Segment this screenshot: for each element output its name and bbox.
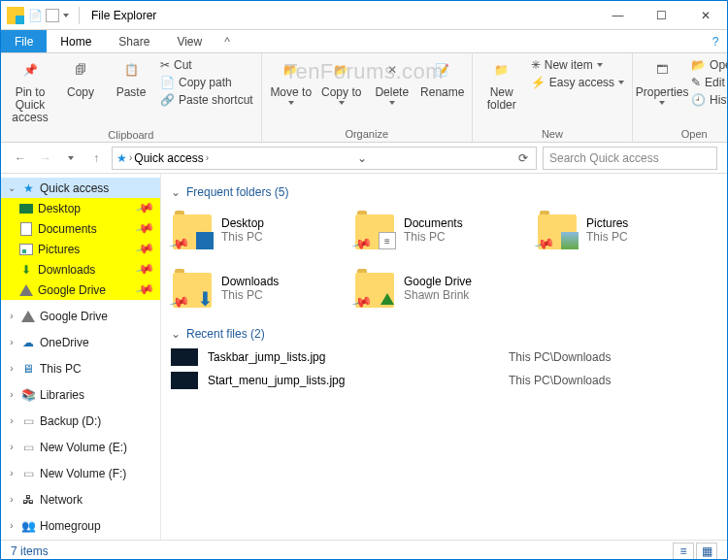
recent-dropdown[interactable] xyxy=(61,148,81,168)
refresh-icon[interactable]: ⟳ xyxy=(514,151,532,165)
expand-icon[interactable]: › xyxy=(7,468,17,478)
close-button[interactable]: ✕ xyxy=(683,1,727,30)
minimize-button[interactable]: — xyxy=(596,1,640,30)
history-icon: 🕘 xyxy=(691,93,706,107)
view-tab[interactable]: View xyxy=(163,30,215,52)
expand-icon[interactable]: › xyxy=(7,520,17,531)
sidebar-item-network[interactable]: ›🖧Network xyxy=(1,489,160,510)
copy-to-button[interactable]: 📂Copy to xyxy=(318,55,365,107)
recent-file[interactable]: Taskbar_jump_lists.jpg This PC\Downloads xyxy=(171,346,717,368)
open-group: 🗔Properties 📂Open ✎Edit 🕘History Open xyxy=(633,53,728,142)
gdrive-badge-icon xyxy=(379,290,396,308)
chevron-right-icon: › xyxy=(206,152,209,163)
open-icon: 📂 xyxy=(691,58,706,72)
new-item-button[interactable]: ✳New item xyxy=(529,57,626,73)
folder-pictures[interactable]: 📌 PicturesThis PC xyxy=(536,205,711,255)
sidebar-item-backup[interactable]: ›▭Backup (D:) xyxy=(1,411,160,431)
maximize-button[interactable]: ☐ xyxy=(640,1,683,30)
folder-downloads[interactable]: ⬇📌 DownloadsThis PC xyxy=(171,263,346,313)
folders-grid: 📌 DesktopThis PC ≡📌 DocumentsThis PC 📌 P… xyxy=(171,205,717,313)
item-count: 7 items xyxy=(11,544,49,558)
star-icon: ★ xyxy=(116,151,127,165)
chevron-down-icon xyxy=(339,101,345,105)
pin-icon: 📌 xyxy=(17,57,44,84)
qat-properties-icon[interactable] xyxy=(46,9,59,22)
recent-file[interactable]: Start_menu_jump_lists.jpg This PC\Downlo… xyxy=(171,370,717,391)
pin-icon: 📌 xyxy=(134,280,154,300)
drive-icon: ▭ xyxy=(20,466,36,481)
forward-button[interactable]: → xyxy=(36,148,55,168)
delete-button[interactable]: ✕Delete xyxy=(369,55,415,107)
libraries-icon: 📚 xyxy=(20,387,36,403)
group-label: New xyxy=(479,126,626,140)
sidebar-item-thispc[interactable]: ›🖥This PC xyxy=(1,358,160,379)
sidebar-quick-access[interactable]: ⌄ ★ Quick access xyxy=(1,178,160,198)
icons-view-button[interactable]: ▦ xyxy=(696,543,717,560)
folder-gdrive[interactable]: 📌 Google DriveShawn Brink xyxy=(353,263,528,313)
sidebar-item-volume-f[interactable]: ›▭New Volume (F:) xyxy=(1,463,160,483)
home-tab[interactable]: Home xyxy=(47,30,105,52)
qat-dropdown-icon[interactable] xyxy=(63,14,69,17)
expand-icon[interactable]: › xyxy=(7,494,17,505)
dropdown-icon[interactable]: ⌄ xyxy=(353,151,371,165)
easy-access-button[interactable]: ⚡Easy access xyxy=(529,75,626,90)
open-button[interactable]: 📂Open xyxy=(689,57,728,73)
easy-access-icon: ⚡ xyxy=(531,76,546,89)
properties-button[interactable]: 🗔Properties xyxy=(639,55,685,107)
group-label: Organize xyxy=(268,126,466,140)
expand-icon[interactable]: ⌄ xyxy=(7,182,17,193)
chevron-down-icon: ⌄ xyxy=(171,327,181,341)
sidebar-item-pictures[interactable]: Pictures📌 xyxy=(1,239,160,259)
copy-path-button[interactable]: 📄Copy path xyxy=(158,75,255,90)
sidebar-item-volume-e[interactable]: ›▭New Volume (E:) xyxy=(1,437,160,457)
sidebar-item-documents[interactable]: Documents📌 xyxy=(1,218,160,239)
sidebar-item-homegroup[interactable]: ›👥Homegroup xyxy=(1,515,160,536)
edit-button[interactable]: ✎Edit xyxy=(689,75,728,90)
move-to-button[interactable]: 📂Move to xyxy=(268,55,314,107)
chevron-down-icon xyxy=(618,81,624,84)
shortcut-icon: 🔗 xyxy=(160,93,175,107)
back-button[interactable]: ← xyxy=(11,148,30,168)
desktop-badge-icon xyxy=(196,232,214,249)
recent-list: Taskbar_jump_lists.jpg This PC\Downloads… xyxy=(171,346,717,391)
body: ⌄ ★ Quick access Desktop📌 Documents📌 Pic… xyxy=(1,174,727,540)
folder-documents[interactable]: ≡📌 DocumentsThis PC xyxy=(353,205,528,255)
folder-desktop[interactable]: 📌 DesktopThis PC xyxy=(171,205,346,255)
pin-icon: 📌 xyxy=(134,198,154,218)
history-button[interactable]: 🕘History xyxy=(689,92,728,108)
expand-icon[interactable]: › xyxy=(7,389,17,400)
sidebar-item-downloads[interactable]: ⬇Downloads📌 xyxy=(1,259,160,280)
paste-shortcut-button[interactable]: 🔗Paste shortcut xyxy=(158,92,255,108)
cut-button[interactable]: ✂Cut xyxy=(158,57,255,73)
share-tab[interactable]: Share xyxy=(105,30,163,52)
desktop-icon xyxy=(19,204,33,214)
qat-new-icon[interactable]: 📄 xyxy=(28,9,42,22)
rename-button[interactable]: 📝Rename xyxy=(419,55,466,101)
sidebar-item-desktop[interactable]: Desktop📌 xyxy=(1,198,160,218)
sidebar-item-gdrive-root[interactable]: ›Google Drive xyxy=(1,306,160,326)
search-input[interactable]: Search Quick access xyxy=(543,147,717,170)
ribbon: 📌 Pin to Quick access 🗐 Copy 📋 Paste ✂Cu… xyxy=(1,53,727,143)
frequent-folders-header[interactable]: ⌄ Frequent folders (5) xyxy=(171,185,717,199)
expand-icon[interactable]: › xyxy=(7,311,17,321)
pin-quick-access-button[interactable]: 📌 Pin to Quick access xyxy=(7,55,53,127)
expand-icon[interactable]: › xyxy=(7,363,17,374)
expand-icon[interactable]: › xyxy=(7,415,17,426)
sidebar-item-onedrive[interactable]: ›☁OneDrive xyxy=(1,332,160,352)
up-button[interactable]: ↑ xyxy=(86,148,106,168)
new-folder-button[interactable]: 📁New folder xyxy=(479,55,525,114)
sidebar-item-gdrive[interactable]: Google Drive📌 xyxy=(1,280,160,300)
paste-button[interactable]: 📋 Paste xyxy=(108,55,154,101)
address-bar[interactable]: ★ › Quick access › ⌄ ⟳ xyxy=(112,147,537,170)
ribbon-collapse-icon[interactable]: ^ xyxy=(215,30,239,52)
expand-icon[interactable]: › xyxy=(7,442,17,452)
file-tab[interactable]: File xyxy=(1,30,47,52)
expand-icon[interactable]: › xyxy=(7,337,17,347)
pinned-highlight: Desktop📌 Documents📌 Pictures📌 ⬇Downloads… xyxy=(1,198,160,300)
view-switcher: ≡ ▦ xyxy=(673,543,717,560)
sidebar-item-libraries[interactable]: ›📚Libraries xyxy=(1,384,160,405)
help-icon[interactable]: ? xyxy=(704,30,727,52)
recent-files-header[interactable]: ⌄ Recent files (2) xyxy=(171,327,717,341)
details-view-button[interactable]: ≡ xyxy=(673,543,694,560)
copy-button[interactable]: 🗐 Copy xyxy=(57,55,104,101)
